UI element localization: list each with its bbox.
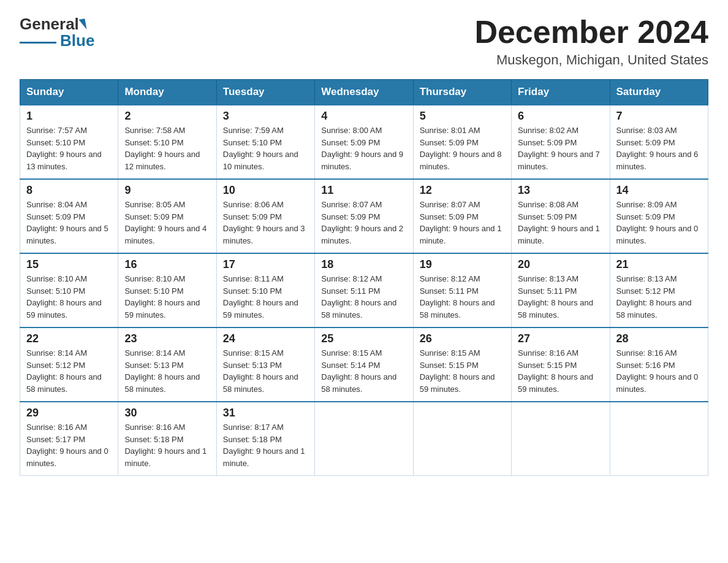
daylight-label: Daylight: 9 hours and 0 minutes. bbox=[616, 372, 699, 394]
daylight-label: Daylight: 9 hours and 9 minutes. bbox=[321, 150, 403, 171]
table-row: 26 Sunrise: 8:15 AM Sunset: 5:15 PM Dayl… bbox=[413, 327, 511, 402]
sunset-label: Sunset: 5:09 PM bbox=[616, 212, 675, 221]
day-info: Sunrise: 8:07 AM Sunset: 5:09 PM Dayligh… bbox=[321, 199, 406, 247]
day-info: Sunrise: 8:12 AM Sunset: 5:11 PM Dayligh… bbox=[420, 273, 505, 321]
calendar-week-row-3: 15 Sunrise: 8:10 AM Sunset: 5:10 PM Dayl… bbox=[20, 253, 708, 327]
day-number: 17 bbox=[223, 258, 308, 271]
day-number: 5 bbox=[420, 110, 505, 123]
sunset-label: Sunset: 5:14 PM bbox=[321, 361, 380, 370]
daylight-label: Daylight: 9 hours and 7 minutes. bbox=[518, 150, 600, 171]
daylight-label: Daylight: 9 hours and 12 minutes. bbox=[124, 150, 200, 171]
sunset-label: Sunset: 5:09 PM bbox=[223, 212, 282, 221]
sunset-label: Sunset: 5:11 PM bbox=[420, 286, 479, 296]
day-number: 3 bbox=[223, 110, 308, 123]
daylight-label: Daylight: 9 hours and 6 minutes. bbox=[616, 150, 699, 171]
table-row: 2 Sunrise: 7:58 AM Sunset: 5:10 PM Dayli… bbox=[118, 105, 216, 179]
day-info: Sunrise: 8:03 AM Sunset: 5:09 PM Dayligh… bbox=[616, 124, 702, 172]
sunrise-label: Sunrise: 8:11 AM bbox=[223, 274, 284, 283]
day-number: 12 bbox=[420, 184, 505, 197]
day-info: Sunrise: 7:59 AM Sunset: 5:10 PM Dayligh… bbox=[223, 124, 308, 172]
sunset-label: Sunset: 5:15 PM bbox=[420, 361, 479, 370]
sunset-label: Sunset: 5:18 PM bbox=[124, 435, 183, 444]
day-number: 8 bbox=[26, 184, 112, 197]
day-number: 29 bbox=[26, 407, 112, 419]
daylight-label: Daylight: 8 hours and 58 minutes. bbox=[321, 372, 396, 394]
sunset-label: Sunset: 5:10 PM bbox=[124, 138, 183, 147]
logo: General Blue bbox=[20, 15, 94, 50]
table-row: 9 Sunrise: 8:05 AM Sunset: 5:09 PM Dayli… bbox=[118, 179, 216, 253]
day-number: 18 bbox=[321, 258, 406, 271]
day-info: Sunrise: 8:01 AM Sunset: 5:09 PM Dayligh… bbox=[420, 124, 505, 172]
sunrise-label: Sunrise: 8:14 AM bbox=[26, 348, 87, 358]
sunrise-label: Sunrise: 8:08 AM bbox=[518, 200, 578, 209]
calendar-week-row-5: 29 Sunrise: 8:16 AM Sunset: 5:17 PM Dayl… bbox=[20, 402, 708, 476]
table-row: 17 Sunrise: 8:11 AM Sunset: 5:10 PM Dayl… bbox=[216, 253, 314, 327]
table-row: 24 Sunrise: 8:15 AM Sunset: 5:13 PM Dayl… bbox=[216, 327, 314, 402]
sunrise-label: Sunrise: 7:57 AM bbox=[26, 126, 87, 135]
daylight-label: Daylight: 9 hours and 1 minute. bbox=[518, 224, 600, 245]
day-info: Sunrise: 8:16 AM Sunset: 5:17 PM Dayligh… bbox=[26, 421, 112, 469]
col-friday: Friday bbox=[512, 80, 610, 105]
table-row: 29 Sunrise: 8:16 AM Sunset: 5:17 PM Dayl… bbox=[20, 402, 118, 476]
table-row: 15 Sunrise: 8:10 AM Sunset: 5:10 PM Dayl… bbox=[20, 253, 118, 327]
daylight-label: Daylight: 8 hours and 58 minutes. bbox=[26, 372, 102, 394]
day-number: 25 bbox=[321, 332, 406, 345]
sunrise-label: Sunrise: 8:09 AM bbox=[616, 200, 677, 209]
daylight-label: Daylight: 8 hours and 58 minutes. bbox=[321, 298, 396, 320]
page-header: General Blue December 2024 Muskegon, Mic… bbox=[20, 15, 708, 68]
table-row: 25 Sunrise: 8:15 AM Sunset: 5:14 PM Dayl… bbox=[315, 327, 413, 402]
day-info: Sunrise: 8:10 AM Sunset: 5:10 PM Dayligh… bbox=[124, 273, 210, 321]
table-row: 7 Sunrise: 8:03 AM Sunset: 5:09 PM Dayli… bbox=[610, 105, 708, 179]
table-row bbox=[512, 402, 610, 476]
table-row: 10 Sunrise: 8:06 AM Sunset: 5:09 PM Dayl… bbox=[216, 179, 314, 253]
sunset-label: Sunset: 5:09 PM bbox=[321, 138, 380, 147]
sunrise-label: Sunrise: 8:03 AM bbox=[616, 126, 677, 135]
sunset-label: Sunset: 5:09 PM bbox=[420, 138, 479, 147]
day-info: Sunrise: 8:02 AM Sunset: 5:09 PM Dayligh… bbox=[518, 124, 603, 172]
day-number: 10 bbox=[223, 184, 308, 197]
sunrise-label: Sunrise: 8:05 AM bbox=[124, 200, 185, 209]
sunset-label: Sunset: 5:09 PM bbox=[616, 138, 675, 147]
logo-blue-text: Blue bbox=[60, 31, 94, 50]
sunset-label: Sunset: 5:10 PM bbox=[26, 138, 85, 147]
sunset-label: Sunset: 5:15 PM bbox=[518, 361, 577, 370]
sunrise-label: Sunrise: 8:13 AM bbox=[518, 274, 578, 283]
day-number: 28 bbox=[616, 332, 702, 345]
day-number: 4 bbox=[321, 110, 406, 123]
table-row: 27 Sunrise: 8:16 AM Sunset: 5:15 PM Dayl… bbox=[512, 327, 610, 402]
sunrise-label: Sunrise: 8:15 AM bbox=[321, 348, 382, 358]
day-number: 27 bbox=[518, 332, 603, 345]
daylight-label: Daylight: 9 hours and 0 minutes. bbox=[26, 446, 108, 468]
logo-arrow-icon bbox=[78, 18, 86, 30]
table-row bbox=[315, 402, 413, 476]
day-info: Sunrise: 8:13 AM Sunset: 5:12 PM Dayligh… bbox=[616, 273, 702, 321]
daylight-label: Daylight: 9 hours and 8 minutes. bbox=[420, 150, 502, 171]
day-info: Sunrise: 8:04 AM Sunset: 5:09 PM Dayligh… bbox=[26, 199, 112, 247]
col-thursday: Thursday bbox=[413, 80, 511, 105]
day-number: 1 bbox=[26, 110, 112, 123]
day-info: Sunrise: 8:09 AM Sunset: 5:09 PM Dayligh… bbox=[616, 199, 702, 247]
sunset-label: Sunset: 5:11 PM bbox=[518, 286, 577, 296]
daylight-label: Daylight: 9 hours and 1 minute. bbox=[124, 446, 207, 468]
sunrise-label: Sunrise: 7:58 AM bbox=[124, 126, 185, 135]
day-number: 26 bbox=[420, 332, 505, 345]
sunrise-label: Sunrise: 8:16 AM bbox=[124, 423, 185, 432]
calendar-week-row-4: 22 Sunrise: 8:14 AM Sunset: 5:12 PM Dayl… bbox=[20, 327, 708, 402]
day-number: 23 bbox=[124, 332, 210, 345]
sunrise-label: Sunrise: 8:14 AM bbox=[124, 348, 185, 358]
table-row: 1 Sunrise: 7:57 AM Sunset: 5:10 PM Dayli… bbox=[20, 105, 118, 179]
day-number: 19 bbox=[420, 258, 505, 271]
table-row: 19 Sunrise: 8:12 AM Sunset: 5:11 PM Dayl… bbox=[413, 253, 511, 327]
sunset-label: Sunset: 5:10 PM bbox=[223, 138, 282, 147]
day-number: 24 bbox=[223, 332, 308, 345]
sunrise-label: Sunrise: 8:12 AM bbox=[420, 274, 480, 283]
sunrise-label: Sunrise: 8:10 AM bbox=[124, 274, 185, 283]
day-number: 7 bbox=[616, 110, 702, 123]
title-block: December 2024 Muskegon, Michigan, United… bbox=[474, 15, 708, 68]
sunrise-label: Sunrise: 8:17 AM bbox=[223, 423, 284, 432]
day-info: Sunrise: 8:06 AM Sunset: 5:09 PM Dayligh… bbox=[223, 199, 308, 247]
day-number: 31 bbox=[223, 407, 308, 419]
sunset-label: Sunset: 5:17 PM bbox=[26, 435, 85, 444]
daylight-label: Daylight: 9 hours and 0 minutes. bbox=[616, 224, 699, 245]
day-info: Sunrise: 7:57 AM Sunset: 5:10 PM Dayligh… bbox=[26, 124, 112, 172]
